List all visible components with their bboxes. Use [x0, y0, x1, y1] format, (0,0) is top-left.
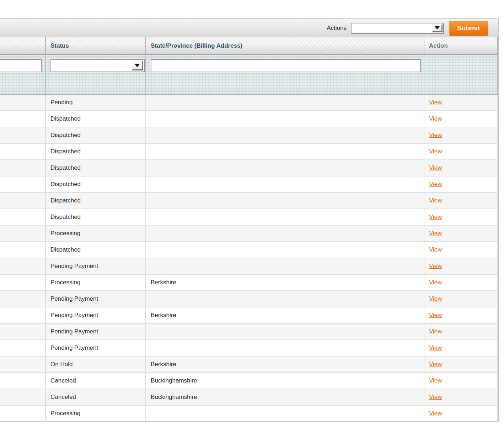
cell-status: Processing — [46, 406, 146, 422]
view-link[interactable]: View — [429, 279, 442, 286]
cell-status: On Hold — [46, 357, 146, 373]
cell-hidden-column — [0, 226, 46, 242]
cell-status: Processing — [46, 226, 146, 242]
header-row: Status State/Province (Billing Address) … — [0, 37, 498, 55]
grid-actions-toolbar: Actions Submit — [0, 18, 498, 37]
table-row: Dispatched View — [0, 160, 498, 176]
chevron-down-icon — [135, 64, 140, 67]
view-link[interactable]: View — [429, 328, 442, 335]
cell-hidden-column — [0, 176, 46, 193]
cell-action: View — [424, 111, 498, 127]
cell-state-province — [146, 340, 424, 357]
cell-hidden-column — [0, 258, 46, 275]
filter-cell-state-province — [146, 55, 424, 95]
cell-action: View — [424, 193, 498, 209]
view-link[interactable]: View — [429, 230, 442, 237]
cell-state-province — [146, 209, 424, 226]
view-link[interactable]: View — [429, 132, 442, 138]
cell-hidden-column — [0, 324, 46, 340]
view-link[interactable]: View — [429, 181, 442, 188]
table-row: Canceled Buckinghamshire View — [0, 373, 498, 389]
table-row: Pending Payment View — [0, 291, 498, 307]
cell-action: View — [424, 275, 498, 291]
cell-state-province: Berkshire — [146, 275, 424, 291]
cell-status: Dispatched — [46, 176, 146, 193]
cell-hidden-column — [0, 275, 46, 291]
state-province-filter-input[interactable] — [151, 59, 421, 72]
actions-select-dropdown-button[interactable] — [432, 24, 443, 32]
view-link[interactable]: View — [429, 312, 442, 318]
table-row: Processing Berkshire View — [0, 275, 498, 291]
view-link[interactable]: View — [429, 344, 442, 351]
cell-status: Pending Payment — [46, 291, 146, 307]
cell-state-province — [146, 144, 424, 160]
cell-hidden-column — [0, 389, 46, 406]
cell-hidden-column — [0, 406, 46, 422]
cell-status: Dispatched — [46, 144, 146, 160]
view-link[interactable]: View — [429, 246, 442, 253]
cell-state-province — [146, 193, 424, 209]
filter-cell-hidden-column — [0, 55, 46, 95]
cell-state-province: Berkshire — [146, 357, 424, 373]
cell-action: View — [424, 258, 498, 275]
actions-select[interactable] — [351, 23, 444, 34]
cell-action: View — [424, 291, 498, 307]
cell-action: View — [424, 127, 498, 144]
cell-hidden-column — [0, 291, 46, 307]
submit-button[interactable]: Submit — [449, 21, 488, 36]
cell-hidden-column — [0, 160, 46, 176]
view-link[interactable]: View — [429, 295, 442, 302]
cell-status: Dispatched — [46, 193, 146, 209]
status-filter-dropdown-button[interactable] — [132, 61, 143, 70]
view-link[interactable]: View — [429, 164, 442, 171]
view-link[interactable]: View — [429, 214, 442, 220]
view-link[interactable]: View — [429, 377, 442, 384]
view-link[interactable]: View — [429, 410, 442, 417]
cell-hidden-column — [0, 127, 46, 144]
view-link[interactable]: View — [429, 394, 442, 400]
cell-status: Canceled — [46, 389, 146, 406]
cell-action: View — [424, 389, 498, 406]
view-link[interactable]: View — [429, 197, 442, 204]
cell-status: Pending Payment — [46, 324, 146, 340]
cell-state-province — [146, 324, 424, 340]
table-row: Dispatched View — [0, 111, 498, 127]
table-row: Dispatched View — [0, 209, 498, 226]
table-row: Canceled Buckinghamshire View — [0, 389, 498, 406]
table-row: Pending Payment Berkshire View — [0, 307, 498, 324]
cell-state-province: Berkshire — [146, 307, 424, 324]
cell-hidden-column — [0, 357, 46, 373]
cell-status: Dispatched — [46, 160, 146, 176]
view-link[interactable]: View — [429, 99, 442, 106]
view-link[interactable]: View — [429, 263, 442, 269]
orders-table: Status State/Province (Billing Address) … — [0, 37, 498, 422]
cell-action: View — [424, 406, 498, 422]
cell-status: Dispatched — [46, 242, 146, 258]
cell-state-province — [146, 258, 424, 275]
cell-status: Pending Payment — [46, 307, 146, 324]
cell-status: Canceled — [46, 373, 146, 389]
column-header-hidden — [0, 37, 46, 55]
cell-status: Pending Payment — [46, 258, 146, 275]
view-link[interactable]: View — [429, 115, 442, 122]
column-header-state-province[interactable]: State/Province (Billing Address) — [146, 37, 424, 55]
table-row: Dispatched View — [0, 193, 498, 209]
cell-status: Pending Payment — [46, 340, 146, 357]
cell-action: View — [424, 209, 498, 226]
cell-action: View — [424, 324, 498, 340]
table-row: Dispatched View — [0, 127, 498, 144]
table-row: Pending View — [0, 95, 498, 111]
cell-state-province — [146, 226, 424, 242]
column-header-status[interactable]: Status — [46, 37, 146, 55]
table-row: Pending Payment View — [0, 324, 498, 340]
cell-state-province — [146, 160, 424, 176]
cell-action: View — [424, 226, 498, 242]
table-row: On Hold Berkshire View — [0, 357, 498, 373]
view-link[interactable]: View — [429, 361, 442, 368]
cell-status: Pending — [46, 95, 146, 111]
view-link[interactable]: View — [429, 148, 442, 155]
filter-input-hidden-column[interactable] — [0, 59, 42, 72]
status-filter-select[interactable] — [50, 59, 145, 72]
cell-state-province — [146, 176, 424, 193]
cell-state-province — [146, 291, 424, 307]
